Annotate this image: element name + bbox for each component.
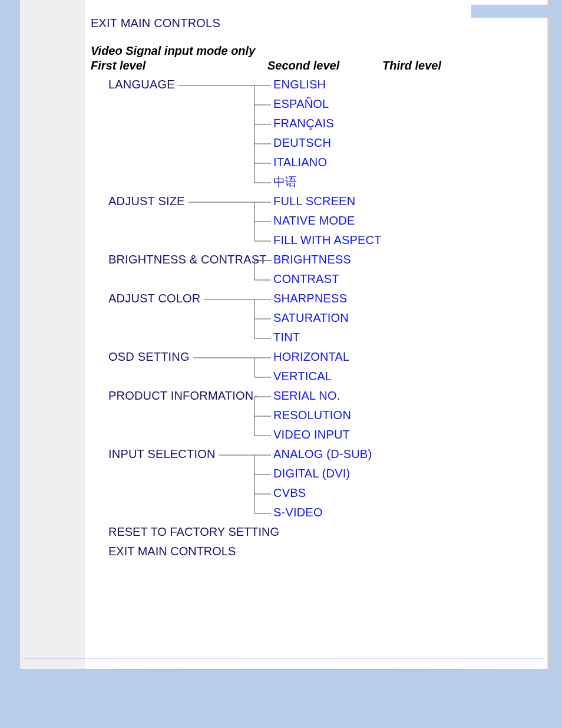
menu-level2-6-3: S-VIDEO — [273, 506, 323, 519]
menu-level2-6-1: DIGITAL (DVI) — [273, 467, 350, 480]
osd-menu-tree: LANGUAGEENGLISHESPAÑOLFRANÇAISDEUTSCHITA… — [91, 75, 535, 575]
menu-level2-1-1: NATIVE MODE — [273, 214, 355, 227]
menu-level2-2-0: BRIGHTNESS — [273, 253, 351, 266]
menu-level2-1-2: FILL WITH ASPECT — [273, 233, 382, 246]
menu-level2-2-1: CONTRAST — [273, 272, 339, 285]
menu-level1-0: LANGUAGE — [108, 78, 175, 91]
menu-level2-1-0: FULL SCREEN — [273, 195, 355, 207]
heading-exit-main-controls: EXIT MAIN CONTROLS — [91, 17, 535, 30]
menu-level2-4-1: VERTICAL — [273, 370, 332, 383]
menu-level2-0-0: ENGLISH — [273, 78, 326, 91]
menu-level1-3: ADJUST COLOR — [108, 292, 201, 305]
menu-level2-0-1: ESPAÑOL — [273, 97, 329, 110]
menu-level1-5: PRODUCT INFORMATION — [108, 389, 253, 402]
menu-level2-3-2: TINT — [273, 331, 300, 344]
menu-level2-4-0: HORIZONTAL — [273, 350, 349, 363]
menu-level2-6-0: ANALOG (D-SUB) — [273, 447, 372, 460]
menu-level2-5-0: SERIAL NO. — [273, 389, 340, 402]
menu-level2-5-1: RESOLUTION — [273, 409, 351, 421]
column-headers-row: First level Second level Third level — [91, 59, 535, 73]
menu-level2-3-0: SHARPNESS — [273, 292, 347, 305]
content-area: EXIT MAIN CONTROLS Video Signal input mo… — [20, 0, 547, 599]
column-header-third: Third level — [382, 59, 471, 73]
subtitle-video-signal: Video Signal input mode only — [91, 44, 535, 58]
menu-level1-4: OSD SETTING — [108, 350, 190, 363]
menu-level2-3-1: SATURATION — [273, 311, 349, 324]
menu-tail-1: EXIT MAIN CONTROLS — [108, 545, 236, 558]
menu-level1-2: BRIGHTNESS & CONTRAST — [108, 253, 267, 266]
menu-level2-5-2: VIDEO INPUT — [273, 428, 350, 441]
column-header-second: Second level — [267, 59, 382, 73]
menu-level2-6-2: CVBS — [273, 486, 306, 499]
document-page: EXIT MAIN CONTROLS Video Signal input mo… — [20, 0, 547, 669]
menu-level2-0-5: 中语 — [273, 175, 297, 188]
menu-tail-0: RESET TO FACTORY SETTING — [108, 525, 279, 538]
page-frame: EXIT MAIN CONTROLS Video Signal input mo… — [0, 0, 562, 728]
menu-level2-0-4: ITALIANO — [273, 156, 327, 169]
menu-level1-6: INPUT SELECTION — [108, 447, 216, 460]
menu-level1-1: ADJUST SIZE — [108, 195, 185, 207]
column-header-first: First level — [91, 59, 267, 73]
menu-level2-0-3: DEUTSCH — [273, 136, 331, 149]
footer-rule — [22, 658, 545, 658]
menu-level2-0-2: FRANÇAIS — [273, 117, 334, 130]
